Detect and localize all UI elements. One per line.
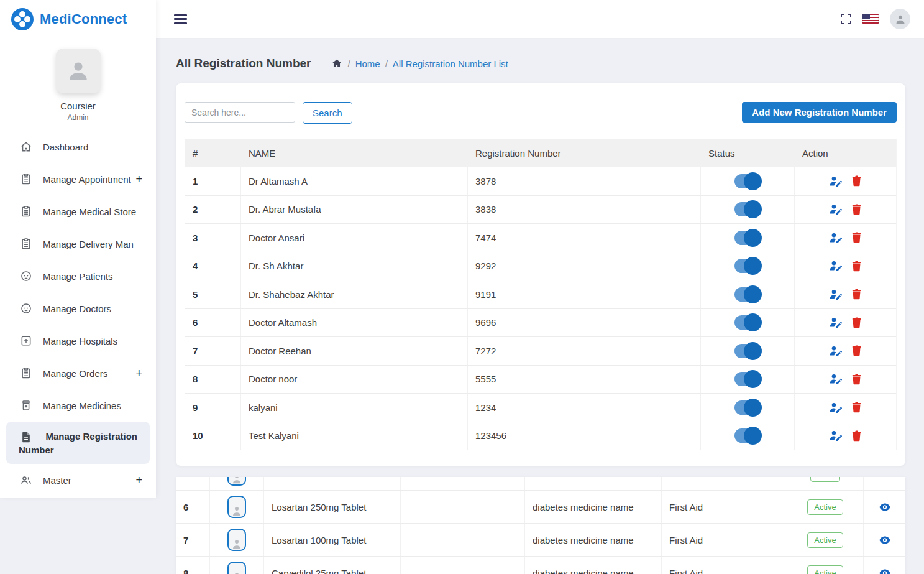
row-number: 7 [185, 337, 241, 365]
delete-button[interactable] [852, 402, 861, 413]
breadcrumb-home-link[interactable]: Home [355, 58, 380, 69]
language-flag-icon[interactable] [862, 14, 879, 24]
doctor-name: Doctor Reehan [241, 337, 468, 365]
view-button[interactable] [879, 536, 890, 544]
view-button[interactable] [879, 569, 890, 574]
delete-button[interactable] [852, 232, 861, 243]
delete-button[interactable] [852, 289, 861, 300]
edit-user-button[interactable] [830, 204, 842, 215]
delete-button[interactable] [852, 175, 861, 187]
edit-user-button[interactable] [830, 289, 842, 300]
fullscreen-icon[interactable] [841, 14, 851, 24]
status-cell: Active [787, 557, 864, 574]
status-toggle[interactable] [734, 202, 761, 216]
sidebar-item-manage-hospitals[interactable]: Manage Hospitals [0, 325, 156, 357]
medicine-image[interactable] [227, 562, 246, 574]
delete-button[interactable] [852, 204, 861, 215]
status-toggle[interactable] [734, 400, 761, 415]
sidebar-item-manage-orders[interactable]: Manage Orders + [0, 357, 156, 389]
table-row-partial [176, 477, 905, 491]
edit-user-button[interactable] [830, 176, 842, 187]
edit-user-button[interactable] [830, 402, 842, 413]
table-header-row: # NAME Registration Number Status Action [185, 139, 896, 167]
status-cell: Active [787, 491, 864, 523]
sidebar-nav: Dashboard Manage Appointment + Manage Me… [0, 131, 156, 496]
registration-number: 123456 [468, 422, 701, 450]
edit-user-button[interactable] [830, 233, 842, 243]
search-button[interactable]: Search [303, 102, 352, 124]
edit-user-button[interactable] [830, 317, 842, 328]
empty-cell [401, 491, 525, 523]
medicine-image[interactable] [227, 529, 246, 551]
status-toggle[interactable] [734, 231, 761, 245]
sidebar-item-manage-delivery-man[interactable]: Manage Delivery Man [0, 228, 156, 260]
sidebar-item-manage-doctors[interactable]: Manage Doctors [0, 292, 156, 325]
expand-plus-icon[interactable]: + [135, 474, 142, 487]
delete-button[interactable] [852, 430, 861, 442]
sidebar-item-manage-registration-number[interactable]: Manage Registration Number [6, 422, 150, 464]
delete-button[interactable] [852, 345, 861, 356]
medicine-category: First Aid [662, 524, 787, 556]
sidebar-item-master[interactable]: Master + [0, 464, 156, 496]
home-icon[interactable] [331, 58, 342, 69]
row-number: 10 [185, 422, 241, 450]
sidebar-item-label: Manage Registration Number [19, 431, 137, 455]
table-row: 3 Doctor Ansari 7474 [185, 224, 896, 252]
delete-button[interactable] [852, 374, 861, 385]
image-cell [210, 557, 264, 574]
clipboard-icon [19, 236, 34, 251]
sidebar-item-dashboard[interactable]: Dashboard [0, 131, 156, 163]
registration-number: 3878 [468, 167, 701, 195]
sidebar-item-manage-medicines[interactable]: Manage Medicines [0, 389, 156, 422]
sidebar-item-manage-medical-store[interactable]: Manage Medical Store [0, 195, 156, 228]
table-row: 5 Dr. Shahebaz Akhtar 9191 [185, 280, 896, 309]
status-toggle[interactable] [734, 259, 761, 273]
status-toggle[interactable] [734, 428, 761, 443]
empty-cell [401, 524, 525, 556]
menu-toggle-icon[interactable] [174, 14, 187, 24]
add-registration-button[interactable]: Add New Registration Number [742, 102, 897, 123]
edit-user-button[interactable] [830, 374, 842, 384]
registration-number: 9191 [468, 280, 701, 308]
col-header-reg: Registration Number [468, 139, 701, 167]
table-row: 1 Dr Altamash A 3878 [185, 167, 896, 196]
status-cell [701, 252, 795, 280]
medicine-category: First Aid [662, 557, 787, 574]
table-row: 6 Doctor Altamash 9696 [185, 309, 896, 338]
expand-plus-icon[interactable]: + [135, 173, 142, 186]
status-toggle[interactable] [734, 372, 761, 386]
sidebar-item-manage-appointment[interactable]: Manage Appointment + [0, 163, 156, 195]
status-cell [701, 422, 795, 450]
medicine-bottle-icon [19, 398, 34, 413]
doctor-name: Doctor noor [241, 366, 468, 394]
breadcrumb-current-link[interactable]: All Registration Number List [393, 58, 508, 69]
col-header-status: Status [701, 139, 795, 167]
delete-button[interactable] [852, 317, 861, 328]
status-toggle[interactable] [734, 344, 761, 358]
row-number: 4 [185, 252, 241, 280]
profile-avatar[interactable] [890, 9, 910, 29]
edit-user-button[interactable] [830, 261, 842, 271]
view-button[interactable] [879, 503, 890, 511]
row-number: 8 [185, 366, 241, 394]
clipboard-icon [19, 204, 34, 219]
document-icon [19, 430, 34, 445]
sidebar-item-manage-patients[interactable]: Manage Patients [0, 260, 156, 292]
clipboard-icon [19, 366, 34, 381]
row-number: 1 [185, 167, 241, 195]
status-toggle[interactable] [734, 174, 761, 188]
status-toggle[interactable] [734, 315, 761, 330]
edit-user-button[interactable] [830, 430, 842, 441]
delete-button[interactable] [852, 261, 861, 272]
medicine-image[interactable] [227, 496, 246, 518]
user-avatar[interactable] [56, 49, 101, 93]
sidebar-item-label: Manage Medical Store [43, 206, 136, 217]
hospital-icon [19, 333, 34, 348]
doctor-name: Dr. Sh Akhtar [241, 252, 468, 280]
status-toggle[interactable] [734, 287, 761, 302]
search-input[interactable] [185, 102, 295, 123]
expand-plus-icon[interactable]: + [135, 367, 142, 380]
edit-user-button[interactable] [830, 346, 842, 356]
brand[interactable]: MediConnect [0, 0, 156, 39]
doctor-name: Test Kalyani [241, 422, 468, 450]
